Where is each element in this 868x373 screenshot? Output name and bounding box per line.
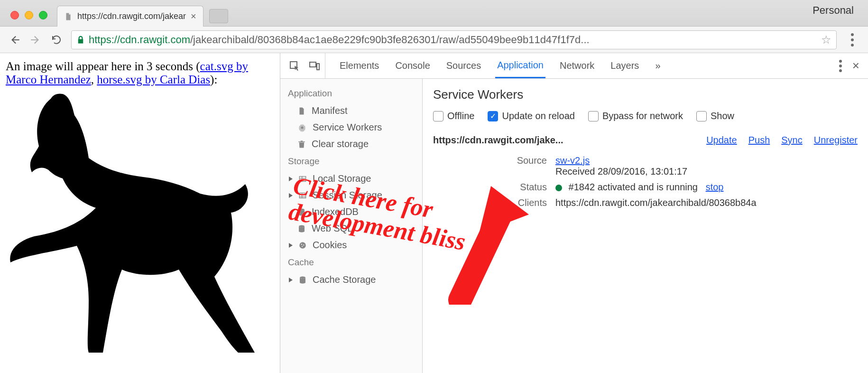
svg-point-8 [299,242,306,249]
show-checkbox[interactable]: Show [696,111,734,121]
devtools-main-panel: Service Workers Offline ✓Update on reloa… [423,79,868,373]
sw-received: Received 28/09/2016, 13:01:17 [555,166,687,177]
browser-menu-button[interactable] [845,33,859,47]
trash-icon [297,140,306,149]
svg-point-9 [301,243,302,244]
sw-action-sync[interactable]: Sync [781,135,802,146]
sidebar-item-web-sql[interactable]: Web SQL [280,220,422,237]
svg-point-10 [303,244,304,245]
devtools: Elements Console Sources Application Net… [280,53,868,373]
inspect-icon[interactable] [289,60,300,72]
tabs-overflow[interactable]: » [653,53,662,78]
link-horse-svg[interactable]: horse.svg by Carla Dias [97,73,210,86]
sidebar-label: IndexedDB [312,206,359,217]
devtools-close-icon[interactable]: × [852,58,859,73]
maximize-window-button[interactable] [39,11,47,19]
sw-source-link[interactable]: sw-v2.js [555,155,590,166]
sidebar-item-manifest[interactable]: Manifest [280,103,422,119]
tab-elements[interactable]: Elements [338,53,381,78]
sw-action-push[interactable]: Push [748,135,770,146]
browser-tab[interactable]: https://cdn.rawgit.com/jakear × [57,6,203,27]
svg-rect-1 [310,62,316,67]
sw-action-unregister[interactable]: Unregister [814,135,858,146]
checkbox-row: Offline ✓Update on reload Bypass for net… [433,111,858,121]
profile-label[interactable]: Personal [813,4,862,22]
sidebar-label: Clear storage [312,139,369,149]
sw-status-text: #1842 activated and is running [569,182,698,192]
gear-icon [297,123,307,132]
sidebar-item-clear-storage[interactable]: Clear storage [280,136,422,152]
sw-scope: https://cdn.rawgit.com/jake... [433,135,563,146]
sidebar-label: Cache Storage [313,274,376,285]
tab-title: https://cdn.rawgit.com/jakear [77,11,186,21]
svg-point-7 [299,225,305,227]
new-tab-button[interactable] [209,9,228,23]
sidebar-item-session-storage[interactable]: Session Storage [280,187,422,204]
tree-expand-icon[interactable] [289,177,293,181]
sw-scope-row: https://cdn.rawgit.com/jake... Update Pu… [433,135,858,146]
sw-stop-link[interactable]: stop [706,182,724,192]
devtools-menu-button[interactable] [839,60,842,72]
close-tab-icon[interactable]: × [191,11,196,22]
sw-source-label: Source [499,155,547,177]
horse-image [6,89,274,355]
content-area: An image will appear here in 3 seconds (… [0,53,868,373]
tab-strip: https://cdn.rawgit.com/jakear × Personal [0,0,868,27]
tree-expand-icon[interactable] [289,193,293,198]
svg-point-12 [300,276,305,279]
sw-status-label: Status [499,182,547,193]
sidebar-item-indexeddb[interactable]: IndexedDB [280,204,422,220]
reload-button[interactable] [50,34,63,46]
sidebar-item-local-storage[interactable]: Local Storage [280,170,422,187]
sidebar-item-cache-storage[interactable]: Cache Storage [280,271,422,288]
forward-button[interactable] [29,34,42,46]
sidebar-label: Service Workers [313,122,382,133]
address-bar[interactable]: https://cdn.rawgit.com/jakearchibald/803… [71,30,837,49]
url-path: /jakearchibald/80368b84ac1ae8e229fc90b3f… [190,34,590,46]
close-window-button[interactable] [10,11,19,19]
sidebar-label: Manifest [312,105,348,116]
document-icon [297,106,306,116]
window-controls [6,11,57,26]
tree-expand-icon[interactable] [289,243,293,248]
sw-details: Source sw-v2.js Received 28/09/2016, 13:… [499,155,858,208]
svg-rect-5 [299,193,305,198]
sw-clients-label: Clients [499,197,547,208]
tab-console[interactable]: Console [393,53,432,78]
offline-checkbox[interactable]: Offline [433,111,474,121]
bypass-for-network-checkbox[interactable]: Bypass for network [588,111,683,121]
sidebar-item-cookies[interactable]: Cookies [280,237,422,253]
sidebar-item-service-workers[interactable]: Service Workers [280,119,422,136]
devtools-sidebar: Application Manifest Service Workers Cle… [280,79,423,373]
update-on-reload-checkbox[interactable]: ✓Update on reload [488,111,574,121]
page-text-after: ): [210,73,217,86]
status-dot-icon [555,185,562,191]
sw-action-update[interactable]: Update [706,135,737,146]
database-icon [297,224,306,233]
svg-point-6 [299,208,305,211]
bookmark-star-icon[interactable]: ☆ [821,33,831,47]
tab-sources[interactable]: Sources [444,53,483,78]
url-scheme: https [89,34,111,46]
checkbox-label: Bypass for network [602,111,683,121]
sidebar-section-application: Application [280,84,422,103]
sidebar-label: Web SQL [312,223,352,234]
tab-application[interactable]: Application [495,53,545,78]
minimize-window-button[interactable] [25,11,33,19]
sw-clients-value: https://cdn.rawgit.com/jakearchibald/803… [555,197,858,208]
page-text-before: An image will appear here in 3 seconds ( [6,60,200,73]
page-sep: , [91,73,97,86]
checkbox-label: Update on reload [502,111,574,121]
tree-expand-icon[interactable] [289,278,293,282]
sidebar-section-storage: Storage [280,152,422,170]
url-host: ://cdn.rawgit.com [111,34,190,46]
back-button[interactable] [9,34,21,46]
cookie-icon [298,241,307,250]
device-toggle-icon[interactable] [309,60,320,72]
database-icon [297,208,306,216]
devtools-tabbar: Elements Console Sources Application Net… [280,53,868,79]
grid-icon [298,192,307,199]
checkbox-label: Show [711,111,734,121]
tab-layers[interactable]: Layers [609,53,641,78]
tab-network[interactable]: Network [558,53,596,78]
